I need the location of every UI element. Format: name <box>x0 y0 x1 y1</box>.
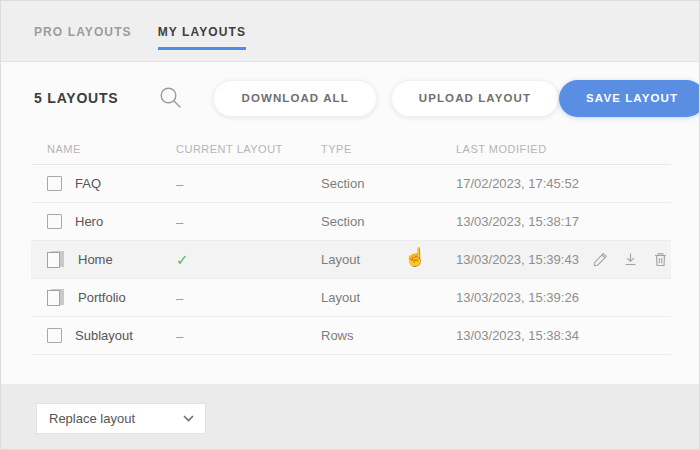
column-header-last-modified: LAST MODIFIED <box>456 143 586 155</box>
current-layout-value: – <box>176 215 183 230</box>
current-layout-value: – <box>176 291 183 306</box>
table-row-home[interactable]: Home ✓ Layout 13/03/2023, 15:39:43 <box>31 241 671 279</box>
trash-icon[interactable] <box>652 251 669 268</box>
table-header-row: NAME CURRENT LAYOUT TYPE LAST MODIFIED <box>31 134 671 165</box>
upload-layout-button[interactable]: UPLOAD LAYOUT <box>391 80 559 117</box>
row-last-modified: 17/02/2023, 17:45:52 <box>456 176 586 191</box>
row-checkbox-icon[interactable] <box>47 214 62 229</box>
current-layout-value: – <box>176 329 183 344</box>
row-name: Home <box>78 252 113 267</box>
edit-pencil-icon[interactable] <box>592 251 609 268</box>
table-row-hero[interactable]: Hero – Section 13/03/2023, 15:38:17 <box>31 203 671 241</box>
table-row-portfolio[interactable]: Portfolio – Layout 13/03/2023, 15:39:26 <box>31 279 671 317</box>
table-row-faq[interactable]: FAQ – Section 17/02/2023, 17:45:52 <box>31 165 671 203</box>
layouts-count-label: 5 LAYOUTS <box>34 90 118 106</box>
row-last-modified: 13/03/2023, 15:38:34 <box>456 328 586 343</box>
row-type: Section <box>321 176 456 191</box>
tab-pro-layouts[interactable]: PRO LAYOUTS <box>34 25 132 50</box>
row-checkbox-icon[interactable] <box>47 176 62 191</box>
toolbar: 5 LAYOUTS DOWNLOAD ALL UPLOAD LAYOUT SAV… <box>34 62 666 134</box>
row-name: Sublayout <box>75 328 133 343</box>
row-pages-icon[interactable] <box>47 251 65 269</box>
layouts-table: NAME CURRENT LAYOUT TYPE LAST MODIFIED F… <box>31 134 671 355</box>
layouts-manager-window: PRO LAYOUTS MY LAYOUTS 5 LAYOUTS DOWNLOA… <box>0 0 700 450</box>
column-header-type: TYPE <box>321 143 456 155</box>
footer-bar: Replace layout <box>1 384 699 449</box>
download-all-button[interactable]: DOWNLOAD ALL <box>213 80 376 117</box>
row-type: Layout <box>321 290 456 305</box>
search-icon[interactable] <box>159 86 183 110</box>
column-header-current-layout: CURRENT LAYOUT <box>176 143 321 155</box>
row-actions <box>586 251 671 268</box>
save-layout-button[interactable]: SAVE LAYOUT <box>559 80 700 117</box>
row-checkbox-icon[interactable] <box>47 328 62 343</box>
tab-my-layouts[interactable]: MY LAYOUTS <box>158 25 246 50</box>
row-name: FAQ <box>75 176 101 191</box>
tabbar: PRO LAYOUTS MY LAYOUTS <box>1 1 699 62</box>
download-icon[interactable] <box>622 251 639 268</box>
row-name: Hero <box>75 214 103 229</box>
row-type: Rows <box>321 328 456 343</box>
chevron-down-icon <box>183 415 194 422</box>
row-type: Section <box>321 214 456 229</box>
select-value: Replace layout <box>49 411 135 426</box>
row-pages-icon[interactable] <box>47 289 65 307</box>
row-last-modified: 13/03/2023, 15:38:17 <box>456 214 586 229</box>
current-layout-check: ✓ <box>176 251 189 268</box>
current-layout-value: – <box>176 177 183 192</box>
row-last-modified: 13/03/2023, 15:39:43 <box>456 252 586 267</box>
row-type: Layout <box>321 252 456 267</box>
row-last-modified: 13/03/2023, 15:39:26 <box>456 290 586 305</box>
table-row-sublayout[interactable]: Sublayout – Rows 13/03/2023, 15:38:34 <box>31 317 671 355</box>
replace-layout-select[interactable]: Replace layout <box>36 403 206 434</box>
column-header-name: NAME <box>47 143 176 155</box>
row-name: Portfolio <box>78 290 126 305</box>
